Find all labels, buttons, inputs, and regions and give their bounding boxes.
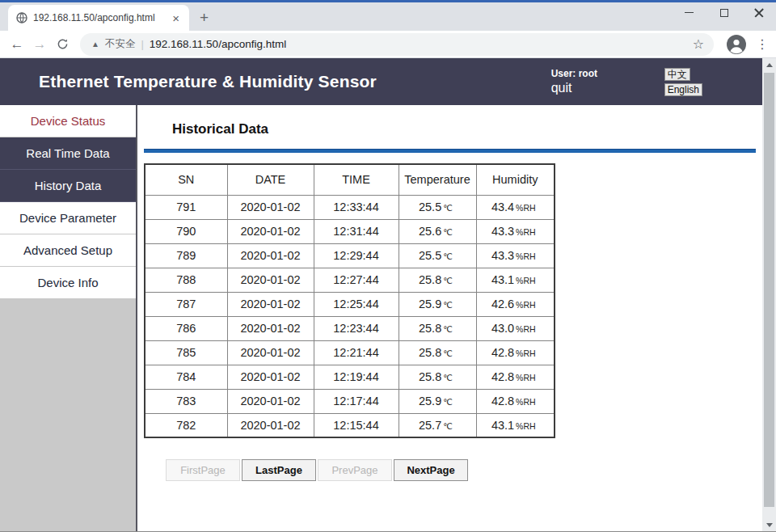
history-data-table: SN DATE TIME Temperature Humidity 791 20… <box>144 163 555 438</box>
humidity-unit: %RH <box>516 324 536 334</box>
humidity-unit: %RH <box>516 251 536 261</box>
browser-menu-icon[interactable]: ⋮ <box>754 36 770 52</box>
scroll-up-icon <box>766 63 773 67</box>
cell-humidity: 43.0%RH <box>476 316 555 340</box>
cell-temperature: 25.5℃ <box>399 243 476 268</box>
security-label[interactable]: 不安全 <box>105 37 136 51</box>
table-row: 782 2020-01-02 12:15:44 25.7℃ 43.1%RH <box>145 413 555 437</box>
temp-unit: ℃ <box>443 227 453 237</box>
col-header-humidity: Humidity <box>476 164 555 195</box>
cell-date: 2020-01-02 <box>227 316 314 340</box>
cell-date: 2020-01-02 <box>227 413 314 437</box>
humidity-unit: %RH <box>516 203 536 213</box>
cell-date: 2020-01-02 <box>227 219 314 243</box>
cell-temperature: 25.9℃ <box>399 389 476 413</box>
cell-sn: 788 <box>145 268 227 292</box>
sidebar-item-device-status[interactable]: Device Status <box>0 105 136 137</box>
pagination: FirstPage LastPage PrevPage NextPage <box>166 459 756 481</box>
cell-time: 12:31:44 <box>314 219 399 243</box>
lang-english-button[interactable]: English <box>664 83 702 96</box>
cell-temperature: 25.8℃ <box>399 340 476 365</box>
temp-unit: ℃ <box>443 421 453 431</box>
table-row: 785 2020-01-02 12:21:44 25.8℃ 42.8%RH <box>145 340 555 365</box>
cell-humidity: 42.8%RH <box>476 340 555 365</box>
main-content: Historical Data SN DATE TIME Temperature… <box>137 105 762 531</box>
humidity-unit: %RH <box>516 397 536 407</box>
page-title: Ethernet Temperature & Humidity Sensor <box>39 72 551 91</box>
cell-temperature: 25.8℃ <box>399 316 476 340</box>
sidebar-item-real-time-data[interactable]: Real Time Data <box>0 137 136 170</box>
close-icon <box>754 8 764 18</box>
sidebar-item-device-info[interactable]: Device Info <box>0 267 136 299</box>
humidity-unit: %RH <box>516 300 536 310</box>
address-bar[interactable]: ▲ 不安全 | 192.168.11.50/apconfig.html ☆ <box>80 33 714 56</box>
profile-avatar[interactable] <box>727 35 746 54</box>
minimize-icon <box>685 12 694 14</box>
maximize-icon <box>720 9 728 17</box>
table-row: 784 2020-01-02 12:19:44 25.8℃ 42.8%RH <box>145 365 555 389</box>
address-divider: | <box>141 38 143 50</box>
cell-date: 2020-01-02 <box>227 292 314 316</box>
new-tab-button[interactable]: + <box>200 9 209 27</box>
table-row: 783 2020-01-02 12:17:44 25.9℃ 42.8%RH <box>145 389 555 413</box>
cell-time: 12:17:44 <box>314 389 399 413</box>
quit-link[interactable]: quit <box>551 81 664 95</box>
vertical-scrollbar[interactable] <box>762 58 776 531</box>
minimize-button[interactable] <box>672 0 706 25</box>
scrollbar-thumb[interactable] <box>764 73 774 507</box>
tab-close-icon[interactable]: × <box>171 12 181 24</box>
next-page-button[interactable]: NextPage <box>394 459 468 481</box>
temp-unit: ℃ <box>443 251 453 261</box>
cell-humidity: 43.4%RH <box>476 195 555 219</box>
cell-time: 12:25:44 <box>314 292 399 316</box>
first-page-button: FirstPage <box>166 459 240 481</box>
sidebar-item-device-parameter[interactable]: Device Parameter <box>0 202 136 234</box>
cell-temperature: 25.7℃ <box>399 413 476 437</box>
temp-unit: ℃ <box>443 300 453 310</box>
temp-unit: ℃ <box>443 276 453 285</box>
close-window-button[interactable] <box>741 0 776 25</box>
sidebar-filler <box>0 299 136 531</box>
forward-button[interactable]: → <box>28 33 51 56</box>
cell-time: 12:27:44 <box>314 268 399 292</box>
cell-sn: 784 <box>145 365 227 389</box>
cell-sn: 782 <box>145 413 227 437</box>
humidity-unit: %RH <box>516 348 536 358</box>
url-text[interactable]: 192.168.11.50/apconfig.html <box>150 38 687 50</box>
user-label: User: root <box>551 68 664 79</box>
site-body: Device Status Real Time Data History Dat… <box>0 105 762 531</box>
lang-chinese-button[interactable]: 中文 <box>664 68 690 81</box>
browser-toolbar: ← → ▲ 不安全 | 192.168.11.50/apconfig.html … <box>0 31 776 58</box>
scroll-down-button[interactable] <box>762 518 776 531</box>
maximize-button[interactable] <box>706 0 741 25</box>
sidebar-nav: Device Status Real Time Data History Dat… <box>0 105 137 531</box>
humidity-unit: %RH <box>516 421 536 431</box>
table-row: 791 2020-01-02 12:33:44 25.5℃ 43.4%RH <box>145 195 555 219</box>
reload-icon <box>57 38 69 50</box>
prev-page-button: PrevPage <box>318 459 392 481</box>
reload-button[interactable] <box>51 33 74 56</box>
page-viewport: Ethernet Temperature & Humidity Sensor U… <box>0 58 776 531</box>
cell-date: 2020-01-02 <box>227 243 314 268</box>
table-row: 786 2020-01-02 12:23:44 25.8℃ 43.0%RH <box>145 316 555 340</box>
back-button[interactable]: ← <box>6 33 28 56</box>
temp-unit: ℃ <box>443 373 453 382</box>
table-row: 790 2020-01-02 12:31:44 25.6℃ 43.3%RH <box>145 219 555 243</box>
sidebar-item-advanced-setup[interactable]: Advanced Setup <box>0 234 136 267</box>
heading-rule <box>144 149 756 153</box>
table-row: 788 2020-01-02 12:27:44 25.8℃ 43.1%RH <box>145 268 555 292</box>
browser-tab[interactable]: 192.168.11.50/apconfig.html × <box>8 5 189 31</box>
cell-humidity: 42.8%RH <box>476 365 555 389</box>
sidebar-item-history-data[interactable]: History Data <box>0 170 136 202</box>
bookmark-star-icon[interactable]: ☆ <box>693 36 706 52</box>
cell-time: 12:15:44 <box>314 413 399 437</box>
col-header-sn: SN <box>145 164 227 195</box>
cell-time: 12:21:44 <box>314 340 399 365</box>
humidity-unit: %RH <box>516 373 536 382</box>
cell-humidity: 43.1%RH <box>476 413 555 437</box>
scroll-up-button[interactable] <box>762 58 776 71</box>
cell-humidity: 43.1%RH <box>476 268 555 292</box>
temp-unit: ℃ <box>443 397 453 407</box>
col-header-date: DATE <box>227 164 314 195</box>
last-page-button[interactable]: LastPage <box>242 459 316 481</box>
